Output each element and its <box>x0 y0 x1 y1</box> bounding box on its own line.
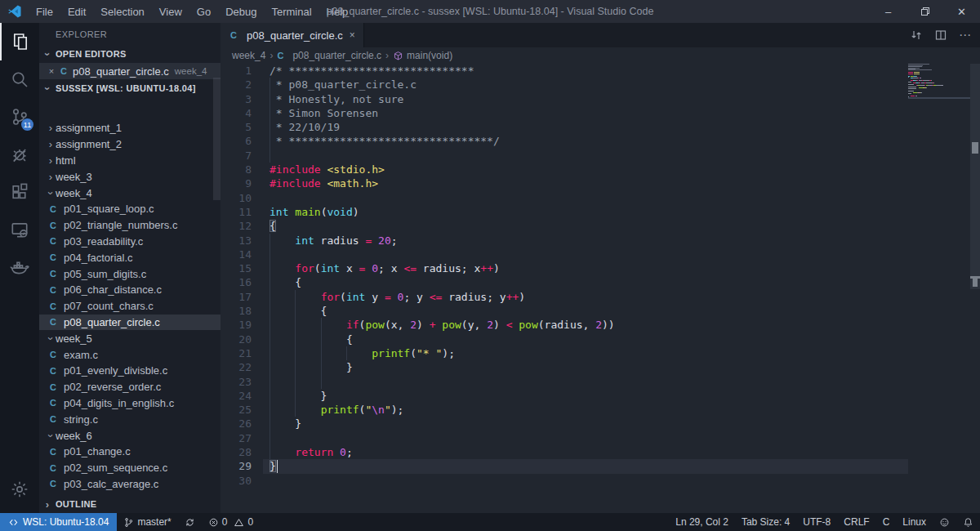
close-icon[interactable]: × <box>46 66 57 76</box>
menu-debug[interactable]: Debug <box>218 0 264 23</box>
code-line[interactable]: 16 { <box>220 275 980 289</box>
breadcrumb-symbol[interactable]: main(void) <box>393 50 452 61</box>
code-line[interactable]: 29} <box>220 459 980 473</box>
menu-selection[interactable]: Selection <box>93 0 151 23</box>
tab-close-icon[interactable]: × <box>350 29 355 41</box>
tree-file-p04_factorial.c[interactable]: Cp04_factorial.c <box>39 249 220 266</box>
remote-indicator[interactable]: WSL: Ubuntu-18.04 <box>0 513 117 531</box>
tree-file-exam.c[interactable]: Cexam.c <box>39 346 220 363</box>
tree-folder-assignment_2[interactable]: ›assignment_2 <box>39 136 220 153</box>
tree-folder-html[interactable]: ›html <box>39 153 220 169</box>
tree-file-p02_triangle_numbers.c[interactable]: Cp02_triangle_numbers.c <box>39 217 220 234</box>
open-editors-header[interactable]: › OPEN EDITORS <box>39 45 220 63</box>
code-line[interactable]: 5 * 22/10/19 <box>220 120 980 134</box>
more-actions-icon[interactable]: ⋯ <box>959 28 972 42</box>
code-editor[interactable]: 1/* *****************************2 * p08… <box>220 64 980 513</box>
status-cursor-position[interactable]: Ln 29, Col 2 <box>669 513 735 531</box>
code-line[interactable]: 18 { <box>220 304 980 318</box>
breadcrumb-file[interactable]: C p08_quarter_circle.c <box>277 50 381 61</box>
outline-header[interactable]: › OUTLINE <box>39 495 220 513</box>
code-line[interactable]: 27 <box>220 431 980 445</box>
tree-file-p06_char_distance.c[interactable]: Cp06_char_distance.c <box>39 282 220 298</box>
code-line[interactable]: 19 if(pow(x, 2) + pow(y, 2) < pow(radius… <box>220 318 980 332</box>
tree-file-p01_evenly_divisble.c[interactable]: Cp01_evenly_divisble.c <box>39 363 220 379</box>
tree-file-string.c[interactable]: Cstring.c <box>39 411 220 427</box>
menu-file[interactable]: File <box>29 0 60 23</box>
code-line[interactable]: 9#include <math.h> <box>220 176 980 190</box>
code-line[interactable]: 28 return 0; <box>220 445 980 459</box>
code-line[interactable]: 4 * Simon Sorensen <box>220 106 980 120</box>
minimize-button[interactable]: – <box>870 0 906 23</box>
editor-scrollbar[interactable] <box>970 64 980 289</box>
activity-files-icon[interactable] <box>0 23 39 60</box>
tree-folder-week_5[interactable]: ›week_5 <box>39 330 220 346</box>
tree-file-p08_quarter_circle.c[interactable]: Cp08_quarter_circle.c <box>39 315 220 331</box>
code-line[interactable]: 21 printf("* "); <box>220 346 980 360</box>
tree-folder-week_3[interactable]: ›week_3 <box>39 168 220 185</box>
menu-terminal[interactable]: Terminal <box>264 0 318 23</box>
code-line[interactable]: 15 for(int x = 0; x <= radius; x++) <box>220 261 980 275</box>
activity-settings-gear-icon[interactable] <box>0 471 39 508</box>
code-line[interactable]: 2 * p08_quarter_circle.c <box>220 78 980 91</box>
code-line[interactable]: 14 <box>220 248 980 261</box>
problems-indicator[interactable]: 0 0 <box>202 513 260 531</box>
code-line[interactable]: 12{ <box>220 219 980 233</box>
activity-remote-explorer-icon[interactable] <box>0 211 39 248</box>
git-branch-indicator[interactable]: master* <box>117 513 177 531</box>
code-line[interactable]: 13 int radius = 20; <box>220 234 980 248</box>
code-line[interactable]: 20 { <box>220 332 980 346</box>
menu-help[interactable]: Help <box>319 0 356 23</box>
activity-extensions-icon[interactable] <box>0 173 39 211</box>
code-line[interactable]: 6 * ********************************/ <box>220 134 980 148</box>
menu-go[interactable]: Go <box>189 0 218 23</box>
code-line[interactable]: 25 printf("\n"); <box>220 403 980 417</box>
feedback-smiley[interactable] <box>933 513 956 531</box>
tree-file-p07_count_chars.c[interactable]: Cp07_count_chars.c <box>39 298 220 315</box>
status-encoding[interactable]: UTF-8 <box>796 513 837 531</box>
code-line[interactable]: 11int main(void) <box>220 205 980 219</box>
code-line[interactable]: 23 <box>220 375 980 389</box>
breadcrumb-folder[interactable]: week_4 <box>232 50 265 61</box>
status-os[interactable]: Linux <box>896 513 933 531</box>
open-changes-icon[interactable] <box>910 29 923 42</box>
tree-file-p02_sum_sequence.c[interactable]: Cp02_sum_sequence.c <box>39 460 220 476</box>
activity-debug-icon[interactable] <box>0 136 39 173</box>
notifications-bell[interactable] <box>956 513 980 531</box>
tree-file-p05_sum_digits.c[interactable]: Cp05_sum_digits.c <box>39 266 220 282</box>
code-line[interactable]: 7 <box>220 149 980 163</box>
tree-file-p01_square_loop.c[interactable]: Cp01_square_loop.c <box>39 201 220 217</box>
code-line[interactable]: 1/* ***************************** <box>220 64 980 78</box>
restore-button[interactable] <box>906 0 943 23</box>
minimap[interactable] <box>908 64 970 99</box>
tree-folder-week_4[interactable]: ›week_4 <box>39 185 220 201</box>
code-line[interactable]: 3 * Honestly, not sure <box>220 92 980 106</box>
activity-search-icon[interactable] <box>0 60 39 98</box>
status-language-mode[interactable]: C <box>876 513 897 531</box>
open-editor-item[interactable]: × C p08_quarter_circle.c week_4 <box>39 63 220 79</box>
tree-file-p01_change.c[interactable]: Cp01_change.c <box>39 444 220 460</box>
code-line[interactable]: 8#include <stdio.h> <box>220 163 980 176</box>
tab-p08-quarter-circle[interactable]: C p08_quarter_circle.c × <box>220 23 364 47</box>
menu-view[interactable]: View <box>152 0 189 23</box>
tree-file-p03_calc_average.c[interactable]: Cp03_calc_average.c <box>39 476 220 493</box>
status-tab-size[interactable]: Tab Size: 4 <box>735 513 796 531</box>
code-line[interactable]: 24 } <box>220 389 980 403</box>
workspace-header[interactable]: › SUSSEX [WSL: UBUNTU-18.04] <box>39 79 220 97</box>
code-line[interactable]: 30 <box>220 474 980 488</box>
code-line[interactable]: 10 <box>220 191 980 205</box>
sidebar-scrollbar[interactable] <box>213 78 220 200</box>
split-editor-icon[interactable] <box>934 29 947 42</box>
activity-docker-icon[interactable] <box>0 248 39 286</box>
code-line[interactable]: 22 } <box>220 360 980 374</box>
activity-source-control-icon[interactable]: 11 <box>0 98 39 136</box>
close-button[interactable]: ✕ <box>943 0 980 23</box>
tree-file-p02_reverse_order.c[interactable]: Cp02_reverse_order.c <box>39 379 220 395</box>
tree-folder-assignment_1[interactable]: ›assignment_1 <box>39 120 220 136</box>
code-line[interactable]: 17 for(int y = 0; y <= radius; y++) <box>220 290 980 304</box>
status-eol[interactable]: CRLF <box>837 513 875 531</box>
code-line[interactable]: 26 } <box>220 417 980 431</box>
sync-indicator[interactable] <box>178 513 202 531</box>
menu-edit[interactable]: Edit <box>60 0 93 23</box>
tree-folder-week_6[interactable]: ›week_6 <box>39 427 220 444</box>
tree-file-p03_readability.c[interactable]: Cp03_readability.c <box>39 234 220 250</box>
